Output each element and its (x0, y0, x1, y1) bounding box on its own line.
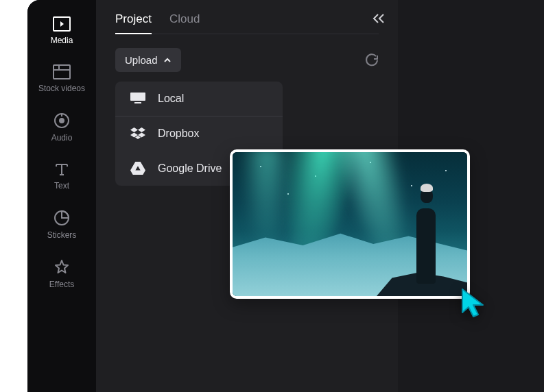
dropbox-icon (130, 127, 145, 140)
sidebar-label: Stock videos (38, 84, 85, 93)
refresh-button[interactable] (365, 53, 379, 67)
sidebar-item-stock-videos[interactable]: Stock videos (38, 64, 85, 93)
panel-divider (115, 34, 379, 34)
text-icon (54, 162, 69, 177)
sidebar-item-audio[interactable]: Audio (51, 112, 73, 143)
google-drive-icon (130, 162, 145, 175)
media-icon (53, 16, 71, 32)
chevron-up-icon (163, 58, 172, 63)
audio-icon (54, 112, 70, 129)
upload-option-dropbox[interactable]: Dropbox (115, 117, 283, 151)
sidebar: Media Stock videos Audio Text Stickers E… (27, 0, 96, 392)
effects-icon (54, 259, 70, 275)
upload-button[interactable]: Upload (115, 48, 181, 72)
dropdown-label: Dropbox (158, 127, 199, 140)
media-thumbnail[interactable] (230, 149, 470, 299)
svg-rect-1 (54, 65, 70, 79)
stock-videos-icon (53, 64, 71, 79)
collapse-panel-button[interactable] (372, 12, 386, 25)
tab-project[interactable]: Project (115, 12, 152, 34)
monitor-icon (130, 93, 145, 105)
sidebar-label: Audio (51, 133, 73, 143)
refresh-icon (365, 53, 379, 67)
sidebar-item-effects[interactable]: Effects (49, 259, 74, 289)
svg-rect-11 (134, 102, 141, 103)
cursor-pointer-icon (460, 286, 490, 319)
dropdown-label: Local (158, 93, 184, 105)
chevron-double-left-icon (372, 12, 386, 25)
panel-tabs: Project Cloud (115, 12, 379, 35)
sidebar-label: Text (54, 181, 69, 191)
sidebar-label: Stickers (47, 230, 77, 240)
stickers-icon (54, 210, 70, 226)
upload-row: Upload (115, 48, 379, 72)
sidebar-item-media[interactable]: Media (51, 16, 73, 45)
sidebar-label: Effects (49, 280, 74, 289)
sidebar-label: Media (51, 36, 73, 45)
upload-option-local[interactable]: Local (115, 82, 283, 116)
tab-cloud[interactable]: Cloud (169, 12, 200, 34)
svg-rect-10 (130, 93, 145, 101)
sidebar-item-stickers[interactable]: Stickers (47, 210, 77, 240)
svg-point-5 (60, 119, 64, 123)
sidebar-item-text[interactable]: Text (54, 162, 69, 191)
thumbnail-image (233, 152, 467, 296)
upload-label: Upload (125, 54, 158, 66)
dropdown-label: Google Drive (158, 162, 222, 175)
